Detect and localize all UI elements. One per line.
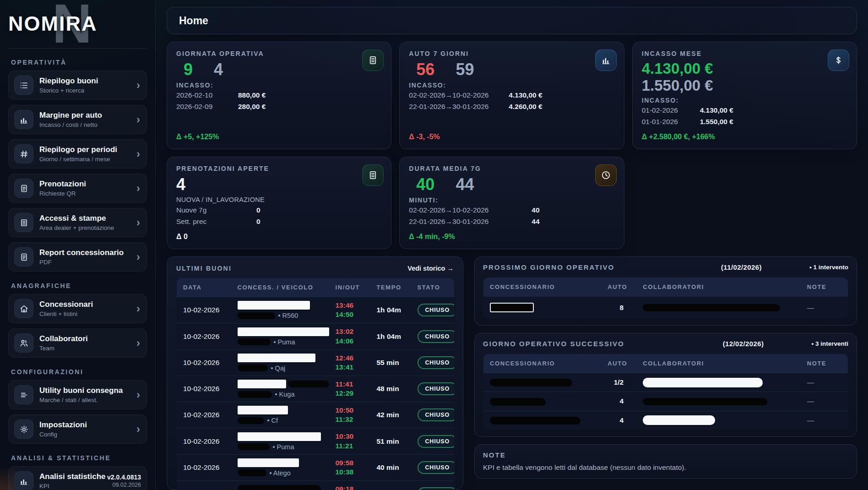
sidebar-item-riepilogo-buoni[interactable]: Riepilogo buoni Storico + ricerca ›	[8, 71, 147, 100]
sidebar-item-margine-per-auto[interactable]: Margine per auto Incasso / costi / netto…	[8, 105, 147, 134]
kpi-row-value: 4.130,00 €	[509, 91, 542, 99]
kpi-row-value: 4.260,00 €	[509, 103, 542, 111]
cell-auto: 8	[593, 297, 637, 319]
cell-note: —	[801, 411, 848, 430]
cell-concessionario	[483, 392, 593, 411]
col-concessionario: CONCESSIONARIO	[483, 278, 593, 297]
redaction-bar	[238, 380, 287, 388]
sidebar-item-concessionari[interactable]: Concessionari Clienti + listini ›	[8, 294, 147, 323]
sidebar: N NOMIRA OPERATIVITÀ Riepilogo buoni Sto…	[0, 0, 156, 490]
prossimo-giorno-table: CONCESSIONARIO AUTO COLLABORATORI NOTE 8	[483, 277, 848, 319]
sidebar-item-collaboratori[interactable]: Collaboratori Team ›	[8, 328, 147, 358]
chevron-right-icon: ›	[136, 183, 141, 194]
sidebar-item-analisi-statistiche[interactable]: Analisi statistiche KPI v2.0.4.0813 09.0…	[8, 466, 147, 490]
dashboard-app: N NOMIRA OPERATIVITÀ Riepilogo buoni Sto…	[0, 0, 868, 490]
note-text: KPI e tabella vengono letti dal database…	[483, 463, 848, 472]
panel-title: GIORNO OPERATIVO SUCCESSIVO	[483, 340, 624, 348]
kpi-row-label: 01-02-2026	[642, 106, 678, 114]
bottom-section: ULTIMI BUONI Vedi storico → DATA CONCESS…	[167, 256, 857, 490]
status-badge: CHIUSO	[418, 382, 455, 395]
kpi-value-main: 4.130,00 €	[642, 61, 713, 77]
kpi-delta: Δ 0	[176, 229, 382, 241]
kpi-delta: Δ -3, -5%	[409, 129, 614, 141]
vedi-storico-link[interactable]: Vedi storico →	[407, 265, 454, 272]
list-icon	[14, 76, 33, 95]
document-icon-button[interactable]	[362, 164, 384, 186]
card-incasso-mese: INCASSO MESE 4.130,00 € 1.550,00 € INCAS…	[632, 42, 857, 149]
col-collaboratori: COLLABORATORI	[636, 278, 801, 297]
cell-stato: CHIUSO	[411, 428, 455, 454]
sidebar-item-utility-buoni-consegna[interactable]: Utility buoni consegna Marche / stati / …	[8, 380, 147, 409]
cell-data: 10-02-2026	[177, 481, 231, 490]
sidebar-item-subtitle: Team	[39, 345, 130, 352]
card-auto-7-giorni: AUTO 7 GIORNI 56 59 INCASSO: 02-02-2026→…	[399, 42, 624, 149]
cell-auto: 4	[593, 411, 637, 430]
kpi-subtitle: NUOVA / IN_LAVORAZIONE	[176, 196, 382, 203]
sidebar-item-subtitle: Config	[39, 431, 130, 438]
clock-icon-button[interactable]	[595, 164, 617, 186]
sidebar-item-subtitle: Area dealer + prenotazione	[39, 224, 130, 231]
table-row: 10-02-2026 • Atego 09:5810:38 40 min CHI…	[177, 454, 455, 480]
status-badge: CHIUSO	[418, 461, 455, 474]
vehicle-model: • Kuga	[275, 391, 295, 398]
cell-concess-veicolo: • Yaris	[231, 481, 329, 490]
sidebar-item-title: Collaboratori	[39, 334, 130, 343]
sidebar-item-subtitle: Giorno / settimana / mese	[39, 156, 130, 163]
giorno-successivo-table: CONCESSIONARIO AUTO COLLABORATORI NOTE 1…	[483, 354, 848, 430]
kpi-row-value: 0	[256, 218, 260, 226]
redaction-bar	[238, 312, 275, 319]
card-title: DURATA MEDIA 7G	[409, 165, 614, 172]
document-icon	[14, 179, 33, 198]
redaction-bar	[238, 458, 299, 467]
sidebar-item-impostazioni[interactable]: Impostazioni Config ›	[8, 414, 147, 444]
card-prenotazioni-aperte: PRENOTAZIONI APERTE 4 NUOVA / IN_LAVORAZ…	[167, 157, 391, 249]
cell-auto: 1/2	[593, 373, 637, 392]
kpi-empty-slot	[632, 157, 857, 249]
brand-logo: N NOMIRA	[8, 0, 147, 49]
table-row: 10-02-2026 • R560 13:4614:50 1h 04m CHIU…	[177, 297, 455, 323]
kpi-row-value: 1.550,00 €	[700, 118, 733, 126]
cell-tempo: 1h 04m	[370, 297, 411, 323]
cell-tempo: 55 min	[370, 349, 411, 376]
intervention-count: • 3 interventi	[812, 340, 849, 347]
cell-in-out: 10:5011:32	[329, 402, 370, 428]
cell-collaboratori	[636, 297, 801, 319]
kpi-row-2: PRENOTAZIONI APERTE 4 NUOVA / IN_LAVORAZ…	[167, 157, 857, 249]
cell-concess-veicolo: • R560	[231, 297, 329, 323]
kpi-row-1: GIORNATA OPERATIVA 9 4 INCASSO: 2026-02-…	[167, 42, 857, 149]
cell-stato: CHIUSO	[411, 481, 455, 490]
cell-concess-veicolo: • Cf	[231, 402, 329, 428]
sidebar-item-report-concessionario[interactable]: Concessionari Report concessionario PDF …	[8, 242, 147, 272]
redaction-bar	[490, 417, 580, 425]
cell-data: 10-02-2026	[177, 376, 231, 402]
sidebar-item-subtitle: Richieste QR	[39, 190, 130, 197]
brand-name: NOMIRA	[8, 12, 97, 36]
sidebar-item-subtitle: Clienti + listini	[39, 310, 130, 317]
sidebar-item-accessi-stampe[interactable]: Accessi & stampe Area dealer + prenotazi…	[8, 208, 147, 237]
section-label-analisi-statistiche: ANALISI & STATISTICHE	[11, 454, 144, 462]
bar-chart-icon-button[interactable]	[595, 49, 617, 71]
people-icon	[14, 333, 33, 353]
lines-icon	[14, 385, 33, 404]
ultimi-buoni-table: DATA CONCESS. / VEICOLO IN/OUT TEMPO STA…	[176, 278, 455, 490]
sidebar-item-riepilogo-per-periodi[interactable]: Riepilogo per periodi Giorno / settimana…	[8, 139, 147, 169]
sidebar-item-prenotazioni[interactable]: Prenotazioni Richieste QR ›	[8, 174, 147, 203]
ultimi-buoni-title: ULTIMI BUONI	[176, 265, 232, 272]
document-lines-icon	[14, 213, 33, 232]
sidebar-item-title: Analisi statistiche	[39, 472, 101, 481]
cell-data: 10-02-2026	[177, 402, 231, 428]
chevron-right-icon: ›	[136, 114, 141, 125]
kpi-value-secondary: 59	[456, 61, 474, 78]
sidebar-item-title: Utility buoni consegna	[39, 386, 130, 395]
table-row: 10-02-2026 • Puma 10:3011:21 51 min CHIU…	[177, 428, 455, 454]
sidebar-item-subtitle: Marche / stati / allest.	[39, 397, 130, 403]
ultimi-buoni-card: ULTIMI BUONI Vedi storico → DATA CONCESS…	[167, 256, 463, 490]
vehicle-model: • Puma	[274, 338, 295, 346]
redaction-bar	[238, 327, 329, 336]
document-icon-button[interactable]	[362, 49, 384, 71]
kpi-row-label: Nuove 7g	[176, 206, 206, 214]
kpi-row-label: Sett. prec	[176, 218, 206, 225]
cell-tempo: 1h 00m	[370, 481, 411, 490]
dollar-icon-button[interactable]	[828, 49, 849, 71]
card-title: GIORNATA OPERATIVA	[176, 50, 382, 57]
